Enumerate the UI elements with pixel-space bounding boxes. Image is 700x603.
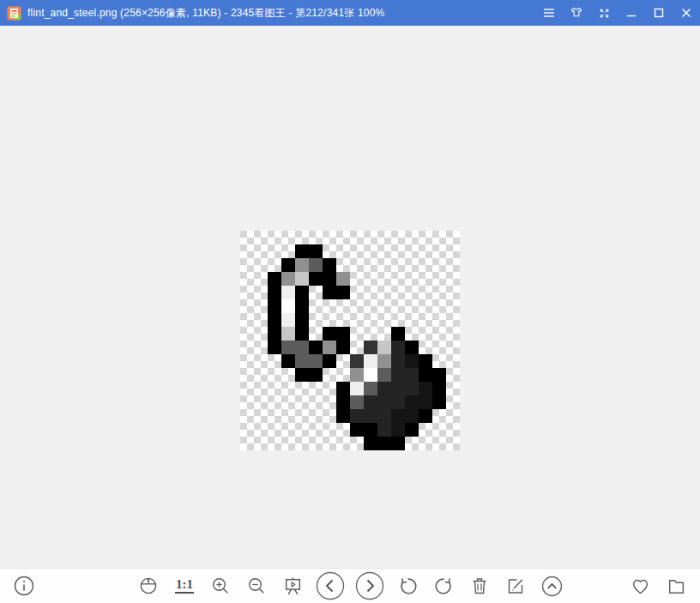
fullscreen-button[interactable] [590, 0, 618, 26]
toolbar-center-group: 1:1 [135, 569, 565, 603]
zoom-out-button[interactable] [243, 572, 270, 600]
fullscreen-icon [597, 6, 612, 21]
edit-pencil-icon [505, 576, 526, 596]
info-circle-icon [13, 575, 35, 597]
mouse-settings-button[interactable] [135, 572, 162, 600]
delete-image-button[interactable] [466, 572, 493, 600]
image-view-area[interactable] [0, 26, 700, 568]
bottom-toolbar: 1:1 [0, 568, 700, 603]
edit-image-button[interactable] [502, 572, 529, 600]
heart-icon [630, 576, 651, 597]
chevron-up-circle-icon [540, 575, 564, 598]
rotate-left-button[interactable] [394, 572, 421, 600]
trash-icon [469, 576, 490, 596]
maximize-icon [652, 6, 666, 20]
theme-button[interactable] [563, 0, 590, 26]
slideshow-icon [282, 576, 304, 597]
folder-icon [666, 576, 687, 597]
zoom-in-button[interactable] [207, 572, 234, 600]
favorite-button[interactable] [626, 572, 654, 600]
magnifier-minus-icon [246, 576, 267, 596]
window-title: flint_and_steel.png (256×256像素, 11KB) - … [27, 6, 384, 21]
minimize-icon [625, 6, 638, 20]
minimize-button[interactable] [618, 0, 645, 26]
menu-button[interactable] [535, 0, 563, 26]
close-button[interactable] [673, 0, 700, 26]
toolbar-left-group [10, 569, 38, 603]
maximize-button[interactable] [645, 0, 673, 26]
chevron-left-circle-icon [316, 571, 345, 600]
theme-shirt-icon [569, 5, 584, 21]
app-logo-icon [7, 6, 21, 21]
next-image-button[interactable] [354, 570, 385, 601]
image-info-button[interactable] [10, 572, 38, 600]
open-folder-button[interactable] [662, 572, 690, 600]
actual-size-button[interactable]: 1:1 [171, 572, 198, 600]
close-icon [679, 6, 693, 20]
rotate-cw-icon [433, 576, 455, 597]
previous-image-button[interactable] [315, 570, 346, 601]
toolbar-right-group [626, 569, 690, 603]
rotate-right-button[interactable] [430, 572, 457, 600]
titlebar: flint_and_steel.png (256×256像素, 11KB) - … [0, 0, 700, 26]
rotate-ccw-icon [397, 576, 419, 597]
mouse-icon [138, 576, 159, 596]
more-tools-button[interactable] [538, 572, 565, 600]
slideshow-button[interactable] [279, 572, 306, 600]
magnifier-plus-icon [210, 576, 231, 596]
one-to-one-icon: 1:1 [175, 578, 194, 594]
flint-and-steel-image[interactable] [240, 231, 460, 450]
menu-icon [542, 6, 556, 20]
chevron-right-circle-icon [355, 571, 384, 600]
